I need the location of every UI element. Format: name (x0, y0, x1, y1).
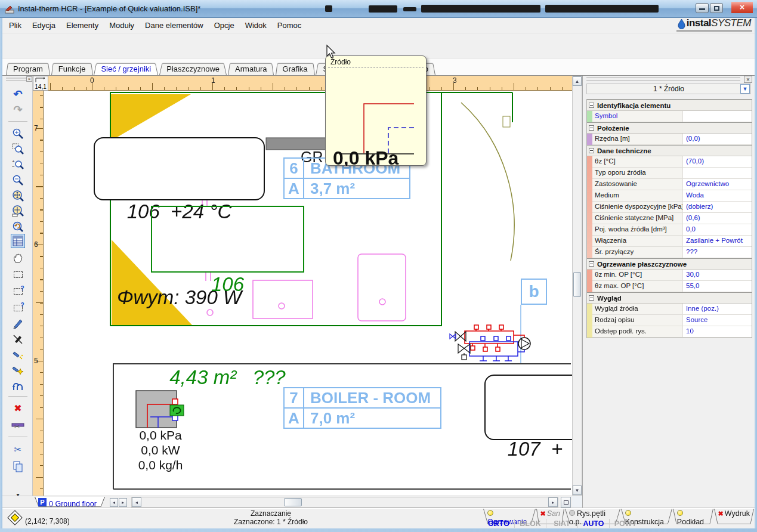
redacted-area (545, 5, 659, 13)
zoom-plus-minus-icon: +− (12, 159, 24, 171)
undo-button[interactable]: ↶ (11, 87, 25, 101)
property-row[interactable]: Symbol (592, 111, 752, 122)
menu-pomoc[interactable]: Pomoc (272, 18, 307, 33)
cut-pipe-button[interactable]: ✂ (11, 417, 25, 432)
torch-button[interactable] (11, 347, 25, 361)
menu-dane-elementow[interactable]: Dane elementów (140, 18, 209, 33)
vscroll-thumb[interactable] (573, 272, 581, 297)
scroll-left-button[interactable]: ◂ (132, 497, 141, 507)
auto-connect-button[interactable] (11, 379, 25, 394)
property-row[interactable]: Śr. przyłączy??? (592, 247, 752, 258)
layer-podklad[interactable]: Podkład (673, 509, 713, 527)
pen-strike-button[interactable] (11, 332, 25, 346)
panel-close-icon[interactable]: × (744, 76, 752, 83)
menu-moduly[interactable]: Moduły (104, 18, 140, 33)
radiator-symbol[interactable] (266, 138, 332, 150)
property-row[interactable]: θz max. OP [°C]55,0 (592, 281, 752, 292)
toggle-siat[interactable]: SIAT (546, 519, 578, 528)
cut-button[interactable]: ✂ (11, 443, 25, 457)
heating-zone-label[interactable]: 106 4,43 m² ??? (151, 206, 304, 273)
property-row[interactable]: θz [°C](70,0) (592, 156, 752, 168)
property-row[interactable]: WłączeniaZasilanie + Powrót (592, 236, 752, 247)
section-wyglad[interactable]: Wygląd (587, 292, 752, 304)
zoom-pan-button[interactable] (11, 188, 25, 203)
pencil-button[interactable] (11, 316, 25, 330)
property-row[interactable]: θz min. OP [°C]30,0 (592, 270, 752, 281)
property-row[interactable]: Wygląd źródłaInne (poz.) (592, 304, 752, 315)
toggle-auto[interactable]: AUTO (578, 519, 610, 528)
menu-edycja[interactable]: Edycja (27, 18, 61, 33)
close-button[interactable]: × (731, 2, 753, 13)
manifold-symbol[interactable] (450, 325, 530, 361)
copy-button[interactable] (11, 459, 25, 474)
minimize-button[interactable] (696, 3, 709, 13)
selection-dropdown[interactable]: ▼ (740, 84, 750, 94)
redo-button[interactable]: ↷ (11, 103, 25, 117)
hscroll-thumb[interactable] (284, 498, 302, 506)
layer-wydruk[interactable]: ✖Wydruk (714, 509, 754, 527)
collapse-icon[interactable] (589, 125, 594, 131)
property-row[interactable]: Poj. wodna źródła [dm³]0,0 (592, 224, 752, 236)
sheet-tab-ground-floor[interactable]: P0 Ground floor (35, 497, 105, 508)
property-row[interactable]: Odstęp podł. rys.10 (592, 326, 752, 338)
scroll-up-button[interactable]: ▲ (573, 76, 582, 86)
section-ogrzewanie-plaszczyznowe[interactable]: Ogrzewanie płaszczyznowe (587, 258, 752, 270)
panel-grip[interactable] (586, 77, 740, 81)
split-view-button[interactable] (561, 497, 571, 508)
section-dane-techniczne[interactable]: Dane techniczne (587, 145, 752, 156)
property-row[interactable]: Rodzaj opisuSource (592, 315, 752, 326)
toggle-orto[interactable]: ORTO (483, 519, 515, 528)
zoom-in-button[interactable] (11, 126, 25, 141)
sheet-prev-button[interactable]: ◂ (110, 498, 118, 507)
sheet-next-button[interactable]: ▸ (119, 498, 127, 507)
property-row[interactable]: Rzędna [m](0,0) (592, 134, 752, 145)
collapse-icon[interactable] (589, 103, 594, 108)
data-table-button[interactable] (11, 234, 25, 248)
menu-opcje[interactable]: Opcje (209, 18, 240, 33)
probe-region-button[interactable]: ? (11, 301, 25, 315)
tab-program[interactable]: Program (6, 62, 50, 75)
select-region-query-button[interactable]: ? (11, 284, 25, 298)
drawing-canvas[interactable]: 106 +24 °C Φwym: 390 W GR 6 BATHROOM A 3… (44, 91, 572, 496)
branch-label[interactable]: b (521, 279, 547, 305)
room-table-boiler-room[interactable]: 7 BOILER - ROOM A 7,0 m² (283, 387, 441, 429)
property-row[interactable]: Ciśnienie statyczne [MPa](0,6) (592, 213, 752, 224)
tab-plaszczyznowe[interactable]: Płaszczyznowe (159, 62, 227, 75)
delete-button[interactable]: ✖ (11, 401, 25, 415)
select-region-button[interactable] (11, 267, 25, 282)
toolbar-close-icon[interactable]: × (26, 76, 32, 82)
tab-armatura[interactable]: Armatura (228, 62, 274, 75)
zoom-previous-button[interactable] (11, 219, 25, 234)
section-polozenie[interactable]: Położenie (587, 122, 752, 134)
vertical-scrollbar[interactable]: ▲ ▼ (572, 76, 582, 496)
menu-plik[interactable]: Plik (4, 18, 27, 33)
radiator-stamp[interactable]: 106 +24 °C Φwym: 390 W (94, 137, 265, 200)
toolbar-grip[interactable] (6, 78, 26, 81)
menu-widok[interactable]: Widok (240, 18, 272, 33)
toggle-powt[interactable]: POWT (610, 519, 641, 528)
tab-grafika[interactable]: Grafika (276, 62, 315, 75)
toggle-blok[interactable]: BLOK (515, 519, 546, 528)
zoom-window-button[interactable] (11, 142, 25, 156)
section-identyfikacja[interactable]: Identyfikacja elementu (587, 100, 752, 111)
menu-elementy[interactable]: Elementy (61, 18, 104, 33)
horizontal-scrollbar[interactable]: ◂ ▸ (131, 497, 558, 508)
collapse-icon[interactable] (589, 295, 594, 301)
zoom-pan-sheet-button[interactable] (11, 204, 25, 218)
torch-spark-button[interactable] (11, 363, 25, 377)
property-row[interactable]: Typ oporu źródła (592, 168, 752, 179)
collapse-icon[interactable] (589, 148, 594, 153)
maximize-button[interactable] (710, 3, 723, 13)
radiator-stamp-107[interactable]: 107 + Φwym: (484, 375, 572, 440)
pan-hand-button[interactable] (11, 250, 25, 265)
property-row[interactable]: ZastosowanieOgrzewnictwo (592, 179, 752, 190)
tab-funkcje[interactable]: Funkcje (51, 62, 93, 75)
collapse-icon[interactable] (589, 261, 594, 267)
tab-siec-grzejniki[interactable]: Sieć / grzejniki (94, 62, 158, 75)
zoom-plus-minus-button[interactable]: +− (11, 157, 25, 172)
scroll-right-button[interactable]: ▸ (548, 497, 558, 507)
property-row[interactable]: Ciśnienie dyspozycyjne [kPa](dobierz) (592, 202, 752, 213)
zoom-out-button[interactable] (11, 173, 25, 187)
property-row[interactable]: MediumWoda (592, 190, 752, 202)
scroll-down-button[interactable]: ▼ (573, 485, 582, 495)
